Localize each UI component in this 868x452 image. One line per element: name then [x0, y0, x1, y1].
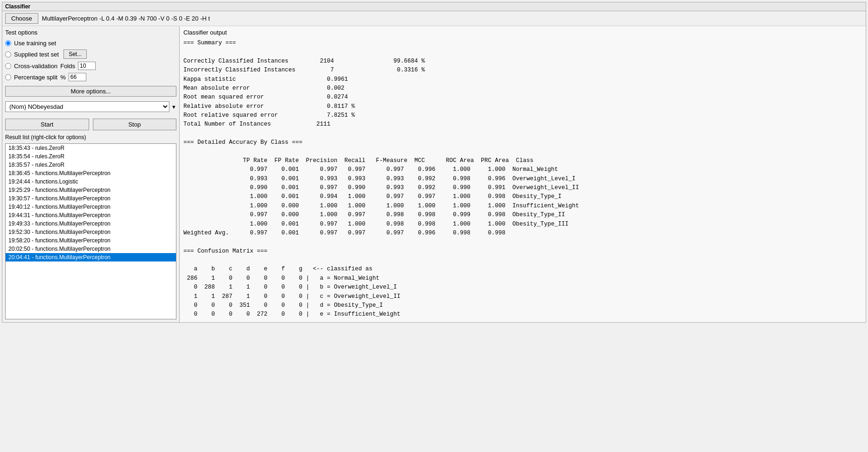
use-training-set-label: Use training set — [14, 40, 56, 47]
result-item[interactable]: 19:40:12 - functions.MultilayerPerceptro… — [6, 203, 176, 211]
pct-input[interactable] — [69, 73, 86, 81]
result-item[interactable]: 19:44:31 - functions.MultilayerPerceptro… — [6, 211, 176, 219]
result-item[interactable]: 19:52:30 - functions.MultilayerPerceptro… — [6, 228, 176, 236]
test-options-title: Test options — [5, 29, 176, 36]
choose-button[interactable]: Choose — [5, 13, 38, 24]
set-button[interactable]: Set... — [63, 49, 87, 59]
supplied-test-set-label: Supplied test set — [14, 51, 59, 58]
cross-validation-label: Cross-validation — [14, 63, 57, 70]
result-item[interactable]: 20:02:50 - functions.MultilayerPerceptro… — [6, 245, 176, 253]
class-select[interactable]: (Nom) NObeyesdad — [5, 101, 169, 112]
result-list-title: Result list (right-click for options) — [5, 134, 176, 141]
folds-input[interactable] — [78, 62, 96, 70]
result-item[interactable]: 18:35:57 - rules.ZeroR — [6, 161, 176, 169]
result-item[interactable]: 19:58:20 - functions.MultilayerPerceptro… — [6, 236, 176, 245]
result-item[interactable]: 19:49:33 - functions.MultilayerPerceptro… — [6, 219, 176, 228]
more-options-button[interactable]: More options... — [5, 86, 176, 97]
cross-validation-radio[interactable] — [5, 63, 11, 69]
result-item[interactable]: 19:30:57 - functions.MultilayerPerceptro… — [6, 194, 176, 203]
result-item[interactable]: 20:04:41 - functions.MultilayerPerceptro… — [6, 253, 176, 261]
classifier-params: MultilayerPerceptron -L 0.4 -M 0.39 -N 7… — [42, 15, 210, 22]
right-panel: Classifier output === Summary === Correc… — [180, 26, 866, 322]
result-item[interactable]: 18:36:45 - functions.MultilayerPerceptro… — [6, 169, 176, 177]
classifier-panel: Classifier Choose MultilayerPerceptron -… — [2, 2, 866, 323]
percentage-split-row: Percentage split % — [5, 73, 176, 81]
result-item[interactable]: 19:24:44 - functions.Logistic — [6, 177, 176, 186]
main-container: Classifier Choose MultilayerPerceptron -… — [0, 0, 868, 452]
result-item[interactable]: 19:25:29 - functions.MultilayerPerceptro… — [6, 186, 176, 194]
classifier-title: Classifier — [2, 2, 866, 11]
chevron-down-icon: ▼ — [171, 104, 176, 110]
content-area: Test options Use training set Supplied t… — [2, 26, 866, 322]
left-panel: Test options Use training set Supplied t… — [2, 26, 180, 322]
supplied-test-set-row: Supplied test set Set... — [5, 49, 176, 59]
use-training-set-radio[interactable] — [5, 40, 11, 46]
cross-validation-row: Cross-validation Folds — [5, 62, 176, 70]
pct-symbol: % — [60, 74, 66, 81]
start-button[interactable]: Start — [5, 119, 89, 130]
result-list[interactable]: 18:35:43 - rules.ZeroR18:35:54 - rules.Z… — [5, 143, 176, 319]
output-content: === Summary === Correctly Classified Ins… — [183, 39, 862, 319]
supplied-test-set-radio[interactable] — [5, 51, 11, 57]
stop-button[interactable]: Stop — [93, 119, 177, 130]
class-dropdown-row: (Nom) NObeyesdad ▼ — [5, 101, 176, 112]
percentage-split-radio[interactable] — [5, 74, 11, 80]
result-item[interactable]: 18:35:54 - rules.ZeroR — [6, 152, 176, 161]
classifier-row: Choose MultilayerPerceptron -L 0.4 -M 0.… — [2, 11, 866, 26]
result-item[interactable]: 18:35:43 - rules.ZeroR — [6, 144, 176, 152]
output-title: Classifier output — [183, 29, 862, 36]
action-row: Start Stop — [5, 119, 176, 130]
use-training-set-row: Use training set — [5, 40, 176, 47]
folds-label: Folds — [60, 63, 75, 70]
percentage-split-label: Percentage split — [14, 74, 57, 81]
